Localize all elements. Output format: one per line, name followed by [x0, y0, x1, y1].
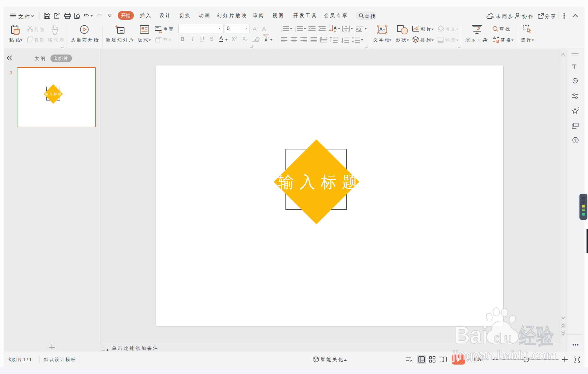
svg-text:经验: 经验 — [518, 324, 554, 348]
svg-text:输入标题: 输入标题 — [45, 92, 63, 96]
svg-text:输入标题: 输入标题 — [278, 173, 363, 191]
svg-text:1: 1 — [295, 26, 296, 28]
svg-text:3: 3 — [295, 30, 296, 32]
svg-text:jingyan.baidu.com: jingyan.baidu.com — [452, 348, 556, 362]
svg-text:Bai: Bai — [454, 322, 488, 348]
svg-text:A: A — [380, 27, 383, 32]
svg-text:A: A — [334, 25, 337, 30]
svg-text:B: B — [496, 39, 499, 44]
svg-text:AB: AB — [356, 27, 361, 32]
svg-text:?: ? — [574, 138, 576, 143]
svg-text:2: 2 — [295, 28, 296, 30]
